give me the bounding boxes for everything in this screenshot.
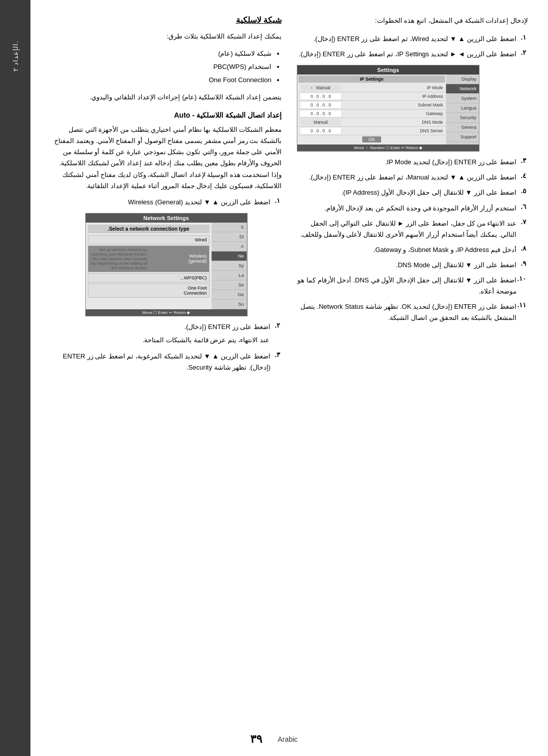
ip-value-mode: Manual › — [300, 85, 341, 91]
network-settings-screenshot: Network Settings S Di A Ne Sy La Se Ge S… — [85, 213, 248, 316]
right-step-9-num: ٩. — [517, 260, 528, 267]
ip-settings-screenshot: Settings Display Network System Langua S… — [297, 65, 480, 152]
screenshot-body: S Di A Ne Sy La Se Ge Su Select a networ… — [86, 223, 247, 309]
conn-onefoot-label: One FootConnection — [184, 285, 207, 296]
page-number: ٣٩ — [250, 733, 262, 746]
ip-row-dns-mode: DNS Mode Manual — [298, 118, 445, 127]
right-step-9-text: اضغط على الزر ▼ للانتقال إلى DNS Mode. — [297, 260, 517, 271]
ip-title-bar: Settings — [297, 65, 479, 75]
right-step-10-text: اضغط على الزر ▼ للانتقال إلى حقل الإدخال… — [297, 275, 517, 297]
right-step-5-num: ٥. — [517, 187, 528, 195]
ip-ok-button[interactable]: OK — [362, 136, 381, 142]
ip-settings-title: IP Settings — [298, 76, 445, 83]
sidebar-label: الإعداد ٢. — [12, 41, 19, 71]
step-2-sub: عند الانتهاء، يتم عرض قائمة بالشبكات الم… — [51, 335, 269, 346]
ip-sidebar-general: Genera — [446, 123, 479, 132]
screenshot-footer: ◆ Move ☐ Enter ↩ Return — [86, 309, 247, 316]
page-bottom: ٣٩ Arabic — [0, 733, 548, 746]
screenshot-left-sidebar: S Di A Ne Sy La Se Ge Su — [212, 223, 247, 309]
ip-value-dns-mode: Manual — [300, 119, 341, 125]
right-step-1-text: اضغط على الزرين ▲ ▼ لتحديد Wired، ثم اضغ… — [297, 33, 517, 45]
ip-row-dns-server: DNS Server 0 . 0 . 0 . 0 — [298, 127, 445, 135]
ss-item-a: A — [212, 242, 247, 251]
wireless-intro: يمكنك إعداد الشبكة اللاسلكية بثلاث طرق: — [51, 31, 282, 42]
conn-wireless-desc: Set up wireless network by selecting you… — [90, 247, 148, 270]
right-step-11: ١١. اضغط على زر ENTER (إدخال) لتحديد OK.… — [297, 301, 528, 323]
ip-sidebar-security: Security — [446, 113, 479, 123]
right-step-10: ١٠. اضغط على الزر ▼ للانتقال إلى حقل الإ… — [297, 275, 528, 297]
ip-row-mode: IP Mode Manual › — [298, 84, 445, 92]
right-step-6-num: ٦. — [517, 203, 528, 210]
step-1-text: اضغط على الزرين ▲ ▼ لتحديد Wireless (Gen… — [51, 197, 270, 208]
main-content: شبكة لاسلكية يمكنك إعداد الشبكة اللاسلكي… — [30, 0, 548, 756]
bullet-item-1: شبكة لاسلكية (عام) — [51, 47, 271, 60]
ip-ok-row: OK — [298, 135, 445, 143]
right-step-8-num: ٨. — [517, 244, 528, 252]
ip-label-dns-mode: DNS Mode — [422, 120, 443, 125]
right-step-3-num: ٣. — [517, 157, 528, 164]
ip-footer: ◆ Move ← Number ☐ Enter ↩ Return — [297, 145, 479, 151]
left-step-3: ٣. اضغط على الزرين ▲ ▼ لتحديد الشبكة الم… — [51, 351, 282, 373]
left-column: شبكة لاسلكية يمكنك إعداد الشبكة اللاسلكي… — [51, 15, 282, 736]
ss-item-su: Su — [212, 300, 247, 309]
right-step-11-num: ١١. — [517, 301, 528, 309]
section-title-wireless: شبكة لاسلكية — [51, 15, 282, 25]
ip-left-sidebar: Display Network System Langua Security G… — [446, 75, 479, 145]
left-step-2: ٢. اضغط على زر ENTER (إدخال). — [51, 321, 282, 333]
page-container: الإعداد ٢. شبكة لاسلكية يمكنك إعداد الشب… — [0, 0, 548, 756]
ip-label-address: IP Address — [422, 94, 443, 99]
ip-settings-content: Display Network System Langua Security G… — [297, 75, 479, 145]
ip-label-dns-server: DNS Server — [420, 128, 443, 133]
right-step-8: ٨. أدخل قيم IP Address، و Subnet Mask، و… — [297, 244, 528, 256]
conn-wps-label: WPS(PBC)... — [180, 275, 207, 280]
right-step-4-text: اضغط على الزرين ▲ ▼ لتحديد Manual، ثم اض… — [297, 172, 517, 183]
ip-value-subnet: 0 . 0 . 0 . 0 — [300, 102, 341, 108]
right-step-7-num: ٧. — [517, 218, 528, 226]
ip-value-gateway: 0 . 0 . 0 . 0 — [300, 111, 341, 117]
ss-item-di: Di — [212, 232, 247, 242]
screenshot-title: Network Settings — [86, 213, 247, 223]
ss-item-s: S — [212, 223, 247, 232]
step-2-num: ٢. — [270, 321, 282, 329]
connection-types: Wired Wireless(general) Set up wireless … — [88, 235, 210, 298]
ip-row-address: IP Address 0 . 0 . 0 . 0 — [298, 92, 445, 101]
conn-wps: WPS(PBC)... — [88, 273, 210, 282]
ip-sidebar-system: System — [446, 94, 479, 103]
ip-value-address: 0 . 0 . 0 . 0 — [300, 93, 341, 99]
screenshot-main-area: Select a network connection type. Wired … — [86, 223, 212, 309]
ip-label-gateway: Gateway — [426, 111, 443, 116]
ip-sidebar-support: Support — [446, 132, 479, 142]
right-step-5: ٥. اضغط على الزر ▼ للانتقال إلى حقل الإد… — [297, 187, 528, 198]
left-step-1: ١. اضغط على الزرين ▲ ▼ لتحديد Wireless (… — [51, 197, 282, 208]
right-step-8-text: أدخل قيم IP Address، و Subnet Mask، و Ga… — [297, 244, 517, 256]
right-step-10-num: ١٠. — [517, 275, 528, 282]
right-step-4: ٤. اضغط على الزرين ▲ ▼ لتحديد Manual، ثم… — [297, 172, 528, 183]
conn-wired: Wired — [88, 235, 210, 244]
ip-main-area: IP Settings IP Mode Manual › IP Address … — [297, 75, 446, 145]
ip-sidebar-display: Display — [446, 75, 479, 84]
conn-wired-label: Wired — [195, 237, 207, 242]
ss-item-la: La — [212, 271, 247, 280]
ip-row-gateway: Gateway 0 . 0 . 0 . 0 — [298, 110, 445, 118]
right-step-6: ٦. استخدم أزرار الأرقام الموجودة في وحدة… — [297, 203, 528, 214]
step-1-num: ١. — [270, 197, 282, 204]
step-3-text: اضغط على الزرين ▲ ▼ لتحديد الشبكة المرغو… — [51, 351, 270, 373]
bullet-item-3: One Foot Connection — [51, 74, 271, 87]
ss-item-ne: Ne — [212, 251, 247, 261]
ip-row-subnet: Subnet Mask 0 . 0 . 0 . 0 — [298, 101, 445, 110]
right-step-11-text: اضغط على زر ENTER (إدخال) لتحديد OK. تظه… — [297, 301, 517, 323]
screenshot-header: Select a network connection type. — [88, 225, 210, 233]
auto-description: معظم الشبكات اللاسلكية بها نظام أمني اخت… — [51, 124, 282, 192]
ip-value-dns-server: 0 . 0 . 0 . 0 — [300, 128, 341, 134]
ip-sidebar-network: Network — [446, 84, 479, 94]
conn-wireless-label: Wireless(general) — [150, 254, 207, 264]
right-step-7-text: عند الانتهاء من كل حقل، اضغط على الزر ► … — [297, 218, 517, 240]
ss-item-ge: Ge — [212, 290, 247, 300]
right-step-2-num: ٢. — [517, 49, 528, 56]
right-column: لإدخال إعدادات الشبكة في المشغل، اتبع هذ… — [297, 15, 528, 736]
conn-wireless: Wireless(general) Set up wireless networ… — [88, 245, 210, 272]
right-step-6-text: استخدم أزرار الأرقام الموجودة في وحدة ال… — [297, 203, 517, 214]
sidebar: الإعداد ٢. — [0, 0, 30, 756]
page-language: Arabic — [278, 735, 298, 743]
right-step-3-text: اضغط على زر ENTER (إدخال) لتحديد IP Mode… — [297, 157, 517, 168]
